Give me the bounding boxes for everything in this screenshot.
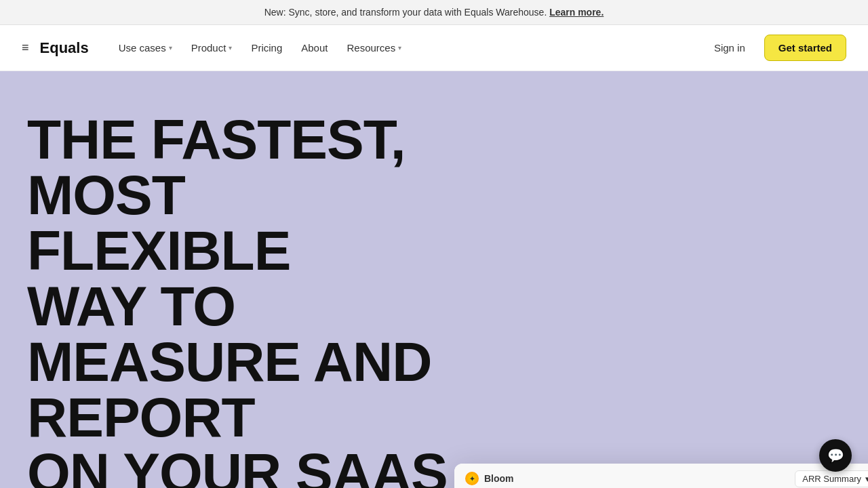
navigation: ≡ Equals Use cases ▾ Product ▾ Pricing A… — [0, 25, 868, 71]
nav-product[interactable]: Product ▾ — [183, 37, 241, 59]
announcement-link[interactable]: Learn more. — [549, 7, 604, 18]
chat-icon: 💬 — [827, 447, 844, 464]
hero-title: THE FASTEST, MOST FLEXIBLE WAY TO MEASUR… — [27, 112, 461, 488]
nav-actions: Sign in Get started — [706, 35, 846, 61]
nav-about[interactable]: About — [293, 37, 336, 59]
nav-resources[interactable]: Resources ▾ — [338, 37, 410, 59]
chat-button[interactable]: 💬 — [819, 439, 852, 472]
nav-get-started-button[interactable]: Get started — [764, 35, 846, 61]
chevron-down-icon: ▾ — [398, 44, 401, 52]
dashboard-preview: ✦ Bloom ARR Summary ▾ ARR Summary ≡ Date… — [454, 464, 868, 488]
hero-section: THE FASTEST, MOST FLEXIBLE WAY TO MEASUR… — [0, 71, 868, 488]
announcement-text: New: Sync, store, and transform your dat… — [264, 7, 547, 18]
chevron-down-icon: ▾ — [229, 44, 232, 52]
sign-in-button[interactable]: Sign in — [706, 37, 753, 59]
tab-chevron-icon: ▾ — [865, 474, 868, 484]
hero-content: THE FASTEST, MOST FLEXIBLE WAY TO MEASUR… — [27, 112, 461, 488]
nav-use-cases[interactable]: Use cases ▾ — [111, 37, 180, 59]
announcement-bar: New: Sync, store, and transform your dat… — [0, 0, 868, 25]
nav-pricing[interactable]: Pricing — [243, 37, 290, 59]
hamburger-icon[interactable]: ≡ — [22, 41, 29, 55]
logo-text: Equals — [40, 39, 89, 57]
bloom-icon: ✦ — [465, 472, 479, 485]
chevron-down-icon: ▾ — [169, 44, 172, 52]
nav-links: Use cases ▾ Product ▾ Pricing About Reso… — [111, 37, 706, 59]
logo[interactable]: ≡ Equals — [22, 39, 89, 57]
dashboard-header: ✦ Bloom ARR Summary ▾ — [454, 464, 868, 488]
dashboard-tab[interactable]: ARR Summary ▾ — [795, 470, 868, 487]
dashboard-brand: ✦ Bloom — [465, 472, 514, 485]
